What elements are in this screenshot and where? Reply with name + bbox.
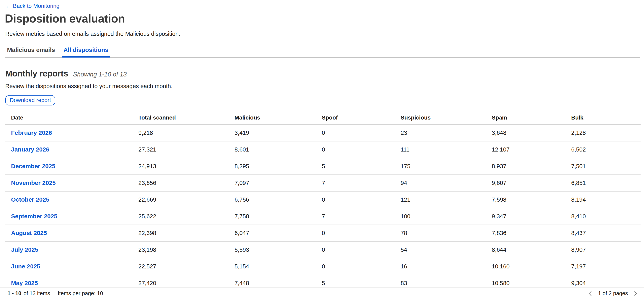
page-subtitle: Review metrics based on emails assigned … bbox=[5, 31, 644, 37]
month-report-link[interactable]: June 2025 bbox=[11, 263, 40, 270]
next-page-button[interactable] bbox=[632, 290, 639, 297]
section-description: Review the dispositions assigned to your… bbox=[5, 83, 644, 90]
column-header-total-scanned: Total scanned bbox=[138, 115, 234, 121]
tab-bar: Malicious emails All dispositions bbox=[5, 47, 640, 58]
cell-suspicious: 100 bbox=[401, 213, 492, 220]
download-report-button[interactable]: Download report bbox=[5, 95, 55, 105]
cell-spam: 12,107 bbox=[492, 146, 571, 153]
cell-total-scanned: 22,527 bbox=[138, 263, 234, 270]
cell-suspicious: 94 bbox=[401, 180, 492, 186]
back-to-monitoring-link[interactable]: ← Back to Monitoring bbox=[5, 3, 60, 9]
cell-bulk: 8,907 bbox=[571, 246, 640, 253]
cell-suspicious: 111 bbox=[401, 146, 492, 153]
month-report-link[interactable]: May 2025 bbox=[11, 280, 38, 286]
cell-malicious: 5,154 bbox=[234, 263, 322, 270]
cell-spam: 7,836 bbox=[492, 230, 571, 236]
cell-spoof: 0 bbox=[322, 146, 401, 153]
cell-spam: 9,347 bbox=[492, 213, 571, 220]
cell-bulk: 8,437 bbox=[571, 230, 640, 236]
column-header-spam: Spam bbox=[492, 115, 571, 121]
cell-total-scanned: 23,656 bbox=[138, 180, 234, 186]
cell-total-scanned: 27,321 bbox=[138, 146, 234, 153]
cell-total-scanned: 23,198 bbox=[138, 246, 234, 253]
cell-malicious: 6,756 bbox=[234, 196, 322, 203]
pagination-right: 1 of 2 pages bbox=[587, 290, 644, 297]
pagination-range: 1 - 10 bbox=[8, 290, 21, 296]
cell-bulk: 7,501 bbox=[571, 163, 640, 170]
cell-spam: 8,937 bbox=[492, 163, 571, 170]
cell-spoof: 5 bbox=[322, 163, 401, 170]
cell-bulk: 7,197 bbox=[571, 263, 640, 270]
cell-total-scanned: 25,622 bbox=[138, 213, 234, 220]
column-header-date: Date bbox=[11, 115, 138, 121]
previous-page-button[interactable] bbox=[587, 290, 594, 297]
cell-malicious: 7,097 bbox=[234, 180, 322, 186]
month-report-link[interactable]: January 2026 bbox=[11, 146, 49, 153]
cell-bulk: 6,502 bbox=[571, 146, 640, 153]
pagination-left: 1 - 10 of 13 items Items per page: 10 bbox=[0, 288, 103, 299]
cell-total-scanned: 9,218 bbox=[138, 130, 234, 136]
monthly-reports-table: Date Total scanned Malicious Spoof Suspi… bbox=[5, 105, 640, 292]
cell-total-scanned: 22,398 bbox=[138, 230, 234, 236]
cell-bulk: 8,194 bbox=[571, 196, 640, 203]
cell-total-scanned: 22,669 bbox=[138, 196, 234, 203]
section-title: Monthly reports bbox=[5, 69, 68, 79]
cell-spoof: 0 bbox=[322, 230, 401, 236]
month-report-link[interactable]: October 2025 bbox=[11, 196, 49, 203]
cell-bulk: 9,304 bbox=[571, 280, 640, 286]
cell-malicious: 7,758 bbox=[234, 213, 322, 220]
month-report-link[interactable]: November 2025 bbox=[11, 179, 56, 186]
cell-malicious: 8,601 bbox=[234, 146, 322, 153]
chevron-right-icon bbox=[632, 290, 638, 296]
page-title: Disposition evaluation bbox=[5, 13, 644, 24]
cell-total-scanned: 27,420 bbox=[138, 280, 234, 286]
cell-spam: 8,644 bbox=[492, 246, 571, 253]
cell-spam: 10,580 bbox=[492, 280, 571, 286]
back-arrow-icon: ← bbox=[5, 3, 11, 9]
cell-bulk: 2,128 bbox=[571, 130, 640, 136]
cell-spoof: 7 bbox=[322, 180, 401, 186]
cell-bulk: 8,410 bbox=[571, 213, 640, 220]
month-report-link[interactable]: December 2025 bbox=[11, 163, 55, 170]
items-per-page-label: Items per page: 10 bbox=[58, 290, 103, 296]
cell-suspicious: 121 bbox=[401, 196, 492, 203]
cell-spoof: 0 bbox=[322, 196, 401, 203]
month-report-link[interactable]: September 2025 bbox=[11, 213, 57, 220]
showing-count: Showing 1-10 of 13 bbox=[73, 71, 127, 78]
table-row: July 2025 23,198 5,593 0 54 8,644 8,907 bbox=[5, 242, 640, 258]
cell-suspicious: 23 bbox=[401, 130, 492, 136]
tab-malicious-emails[interactable]: Malicious emails bbox=[6, 47, 56, 58]
cell-suspicious: 175 bbox=[401, 163, 492, 170]
table-body: February 2026 9,218 3,419 0 23 3,648 2,1… bbox=[5, 125, 640, 292]
cell-suspicious: 78 bbox=[401, 230, 492, 236]
table-header-row: Date Total scanned Malicious Spoof Suspi… bbox=[5, 105, 640, 125]
pagination-total-items: of 13 items bbox=[24, 290, 50, 296]
table-row: August 2025 22,398 6,047 0 78 7,836 8,43… bbox=[5, 225, 640, 242]
back-link-label: Back to Monitoring bbox=[13, 3, 60, 9]
month-report-link[interactable]: August 2025 bbox=[11, 230, 47, 236]
cell-malicious: 8,295 bbox=[234, 163, 322, 170]
page-status: 1 of 2 pages bbox=[598, 290, 628, 296]
table-row: June 2025 22,527 5,154 0 16 10,160 7,197 bbox=[5, 258, 640, 275]
cell-spam: 9,607 bbox=[492, 180, 571, 186]
cell-suspicious: 16 bbox=[401, 263, 492, 270]
cell-suspicious: 54 bbox=[401, 246, 492, 253]
cell-spoof: 0 bbox=[322, 246, 401, 253]
cell-spam: 3,648 bbox=[492, 130, 571, 136]
month-report-link[interactable]: February 2026 bbox=[11, 129, 52, 136]
pagination-divider bbox=[54, 288, 54, 299]
cell-spoof: 5 bbox=[322, 280, 401, 286]
column-header-bulk: Bulk bbox=[571, 115, 640, 121]
cell-spam: 10,160 bbox=[492, 263, 571, 270]
chevron-left-icon bbox=[587, 290, 593, 296]
table-row: February 2026 9,218 3,419 0 23 3,648 2,1… bbox=[5, 125, 640, 141]
cell-malicious: 3,419 bbox=[234, 130, 322, 136]
cell-suspicious: 83 bbox=[401, 280, 492, 286]
table-row: September 2025 25,622 7,758 7 100 9,347 … bbox=[5, 208, 640, 225]
column-header-spoof: Spoof bbox=[322, 115, 401, 121]
tab-all-dispositions[interactable]: All dispositions bbox=[62, 47, 110, 58]
month-report-link[interactable]: July 2025 bbox=[11, 246, 38, 253]
table-row: January 2026 27,321 8,601 0 111 12,107 6… bbox=[5, 141, 640, 158]
cell-malicious: 5,593 bbox=[234, 246, 322, 253]
table-row: October 2025 22,669 6,756 0 121 7,598 8,… bbox=[5, 192, 640, 208]
